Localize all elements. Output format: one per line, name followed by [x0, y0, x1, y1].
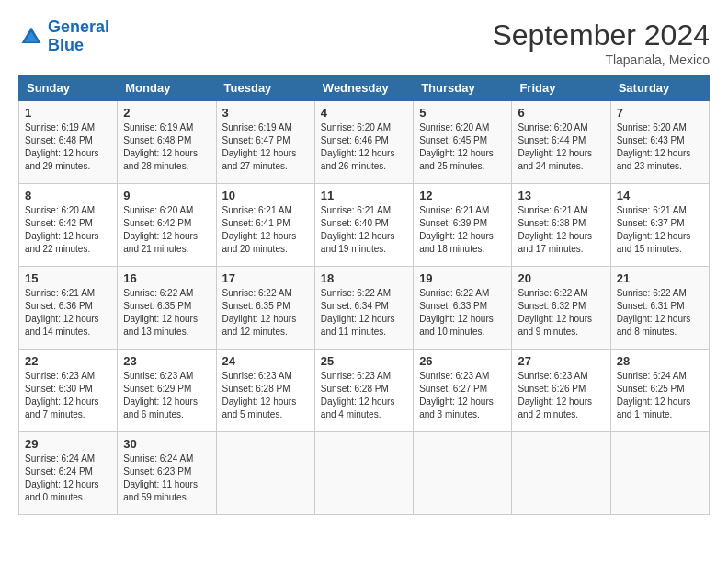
- day-14: 14 Sunrise: 6:21 AMSunset: 6:37 PMDaylig…: [610, 184, 709, 267]
- day-5: 5 Sunrise: 6:20 AMSunset: 6:45 PMDayligh…: [414, 101, 512, 184]
- location: Tlapanala, Mexico: [492, 52, 710, 67]
- day-26: 26 Sunrise: 6:23 AMSunset: 6:27 PMDaylig…: [414, 350, 512, 432]
- col-saturday: Saturday: [610, 75, 709, 101]
- month-title: September 2024: [492, 18, 710, 52]
- logo-line2: Blue: [48, 36, 84, 54]
- day-3: 3 Sunrise: 6:19 AMSunset: 6:47 PMDayligh…: [216, 101, 314, 184]
- day-10: 10 Sunrise: 6:21 AMSunset: 6:41 PMDaylig…: [216, 184, 314, 267]
- day-24: 24 Sunrise: 6:23 AMSunset: 6:28 PMDaylig…: [216, 350, 314, 432]
- day-4: 4 Sunrise: 6:20 AMSunset: 6:46 PMDayligh…: [314, 101, 413, 184]
- day-23: 23 Sunrise: 6:23 AMSunset: 6:29 PMDaylig…: [118, 350, 216, 432]
- calendar-week-3: 15 Sunrise: 6:21 AMSunset: 6:36 PMDaylig…: [19, 267, 710, 350]
- page-header: General Blue September 2024 Tlapanala, M…: [18, 18, 710, 67]
- day-22: 22 Sunrise: 6:23 AMSunset: 6:30 PMDaylig…: [19, 350, 118, 432]
- empty-cell-4: [512, 432, 610, 515]
- calendar-week-4: 22 Sunrise: 6:23 AMSunset: 6:30 PMDaylig…: [19, 350, 710, 432]
- title-section: September 2024 Tlapanala, Mexico: [492, 18, 710, 67]
- col-monday: Monday: [118, 75, 216, 101]
- day-9: 9 Sunrise: 6:20 AMSunset: 6:42 PMDayligh…: [118, 184, 216, 267]
- empty-cell-2: [314, 432, 413, 515]
- logo-text: General Blue: [48, 18, 109, 55]
- day-11: 11 Sunrise: 6:21 AMSunset: 6:40 PMDaylig…: [314, 184, 413, 267]
- logo-line1: General: [48, 17, 109, 36]
- day-29: 29 Sunrise: 6:24 AMSunset: 6:24 PMDaylig…: [19, 432, 118, 515]
- col-friday: Friday: [512, 75, 610, 101]
- col-sunday: Sunday: [19, 75, 118, 101]
- day-27: 27 Sunrise: 6:23 AMSunset: 6:26 PMDaylig…: [512, 350, 610, 432]
- day-13: 13 Sunrise: 6:21 AMSunset: 6:38 PMDaylig…: [512, 184, 610, 267]
- day-16: 16 Sunrise: 6:22 AMSunset: 6:35 PMDaylig…: [118, 267, 216, 350]
- logo: General Blue: [18, 18, 109, 55]
- col-wednesday: Wednesday: [314, 75, 413, 101]
- day-7: 7 Sunrise: 6:20 AMSunset: 6:43 PMDayligh…: [610, 101, 709, 184]
- day-12: 12 Sunrise: 6:21 AMSunset: 6:39 PMDaylig…: [414, 184, 512, 267]
- calendar-table: Sunday Monday Tuesday Wednesday Thursday…: [18, 75, 710, 515]
- day-21: 21 Sunrise: 6:22 AMSunset: 6:31 PMDaylig…: [610, 267, 709, 350]
- calendar-week-1: 1 Sunrise: 6:19 AMSunset: 6:48 PMDayligh…: [19, 101, 710, 184]
- empty-cell-3: [414, 432, 512, 515]
- col-thursday: Thursday: [414, 75, 512, 101]
- calendar-week-2: 8 Sunrise: 6:20 AMSunset: 6:42 PMDayligh…: [19, 184, 710, 267]
- logo-icon: [18, 24, 44, 50]
- day-25: 25 Sunrise: 6:23 AMSunset: 6:28 PMDaylig…: [314, 350, 413, 432]
- day-20: 20 Sunrise: 6:22 AMSunset: 6:32 PMDaylig…: [512, 267, 610, 350]
- day-30: 30 Sunrise: 6:24 AMSunset: 6:23 PMDaylig…: [118, 432, 216, 515]
- day-6: 6 Sunrise: 6:20 AMSunset: 6:44 PMDayligh…: [512, 101, 610, 184]
- day-17: 17 Sunrise: 6:22 AMSunset: 6:35 PMDaylig…: [216, 267, 314, 350]
- day-15: 15 Sunrise: 6:21 AMSunset: 6:36 PMDaylig…: [19, 267, 118, 350]
- day-28: 28 Sunrise: 6:24 AMSunset: 6:25 PMDaylig…: [610, 350, 709, 432]
- col-tuesday: Tuesday: [216, 75, 314, 101]
- empty-cell-1: [216, 432, 314, 515]
- day-19: 19 Sunrise: 6:22 AMSunset: 6:33 PMDaylig…: [414, 267, 512, 350]
- day-1: 1 Sunrise: 6:19 AMSunset: 6:48 PMDayligh…: [19, 101, 118, 184]
- day-2: 2 Sunrise: 6:19 AMSunset: 6:48 PMDayligh…: [118, 101, 216, 184]
- empty-cell-5: [610, 432, 709, 515]
- day-18: 18 Sunrise: 6:22 AMSunset: 6:34 PMDaylig…: [314, 267, 413, 350]
- calendar-week-5: 29 Sunrise: 6:24 AMSunset: 6:24 PMDaylig…: [19, 432, 710, 515]
- day-8: 8 Sunrise: 6:20 AMSunset: 6:42 PMDayligh…: [19, 184, 118, 267]
- calendar-header-row: Sunday Monday Tuesday Wednesday Thursday…: [19, 75, 710, 101]
